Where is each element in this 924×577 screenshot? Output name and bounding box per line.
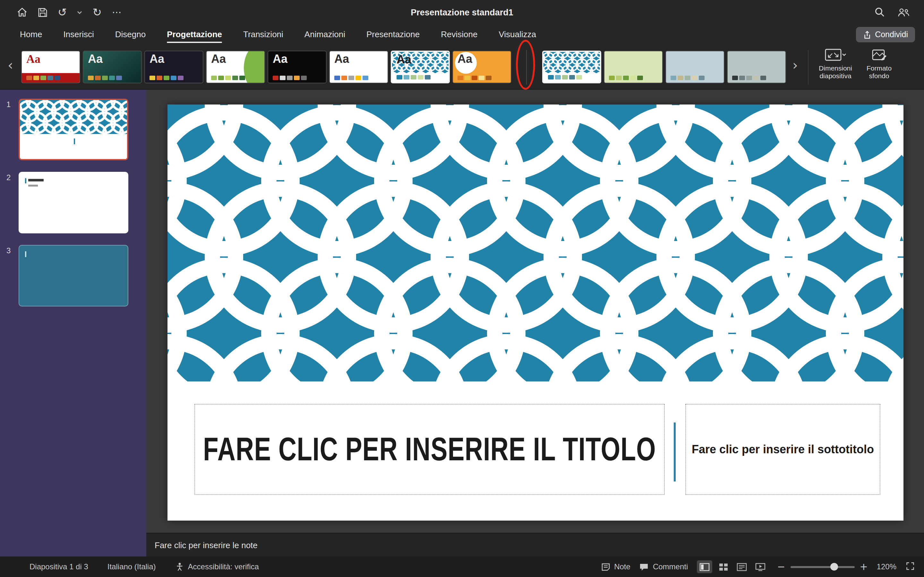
theme-thumbnail-dark-teal[interactable]: Aa [83,51,142,83]
color-chips [397,75,431,79]
accessibility-checker[interactable]: Accessibilità: verifica [175,562,259,571]
tab-visualizza[interactable]: Visualizza [499,25,536,45]
gallery-scroll-left-icon[interactable]: ‹ [8,59,13,73]
color-chips [150,76,184,80]
variant-thumbnail-lightblue[interactable] [666,51,724,83]
color-chips [26,76,60,80]
variant-thumbnail-teal[interactable] [542,51,601,83]
theme-thumbnail-dark-navy[interactable]: Aa [144,51,204,83]
comments-toggle-label: Commenti [653,562,688,571]
more-commands-icon[interactable]: ⋯ [112,7,121,17]
zoom-out-icon[interactable]: − [777,562,785,572]
title-bar: ↺ ↻ ⋯ Presentazione standard1 [0,0,924,24]
gallery-divider [526,50,527,85]
comments-toggle[interactable]: Commenti [640,562,688,571]
slide-thumbnail-panel: 123 [0,90,146,556]
theme-aa-label: Aa [457,53,472,66]
notes-placeholder-text: Fare clic per inserire le note [155,540,258,550]
text-cursor [73,139,75,145]
theme-thumbnail-black-red[interactable]: Aa [268,51,326,83]
undo-dropdown-chevron-icon[interactable] [78,11,82,14]
slide-sorter-view-button[interactable] [716,560,731,573]
theme-gallery: AaAaAaAaAaAaAaAa [21,51,511,83]
tab-disegno[interactable]: Disegno [115,25,145,45]
format-background-label-line1: Formato [867,64,892,72]
subtitle-placeholder-text: Fare clic per inserire il sottotitolo [692,443,874,456]
zoom-in-icon[interactable]: + [859,562,867,572]
variant-thumbnail-green[interactable] [604,51,663,83]
ribbon-tabs: HomeInserisciDisegnoProgettazioneTransiz… [20,25,536,45]
ribbon-separator [808,50,809,85]
share-people-icon[interactable] [898,7,910,17]
notes-toggle-label: Note [614,562,630,571]
slide-size-button[interactable]: Dimensioni diapositiva [814,48,857,80]
slide-thumbnail-2[interactable] [19,172,128,234]
accessibility-label: Accessibilità: verifica [188,562,259,571]
zoom-slider[interactable] [790,563,855,571]
tab-presentazione[interactable]: Presentazione [367,25,420,45]
theme-thumbnail-teal-circles[interactable]: Aa [391,51,450,83]
theme-aa-label: Aa [26,53,40,66]
slide-thumbnail-row: 1 [6,99,139,160]
theme-thumbnail-green-leaf[interactable]: Aa [206,51,265,83]
thumbnail-title-text [28,179,44,181]
color-chips [548,75,582,79]
theme-aa-label: Aa [150,53,164,66]
color-chips [732,76,766,80]
normal-view-button[interactable] [697,560,712,573]
tab-revisione[interactable]: Revisione [441,25,477,45]
comments-icon [640,562,649,571]
fit-slide-icon[interactable] [905,561,915,572]
theme-aa-label: Aa [88,53,103,66]
document-title: Presentazione standard1 [0,7,924,17]
accessibility-icon [175,562,184,571]
slide-thumbnail-row: 3 [6,245,139,306]
theme-accent-shape [244,51,265,83]
theme-thumbnail-white-office[interactable]: Aa [329,51,388,83]
share-button-label: Condividi [875,30,908,39]
home-icon[interactable] [17,7,27,17]
tab-animazioni[interactable]: Animazioni [304,25,345,45]
title-placeholder[interactable]: FARE CLIC PER INSERIRE IL TITOLO [194,404,665,495]
slide-thumbnail-row: 2 [6,172,139,234]
variant-gallery [542,51,786,83]
tab-progettazione[interactable]: Progettazione [167,25,222,45]
color-chips [334,76,368,80]
variant-thumbnail-grey[interactable] [727,51,786,83]
slide-editor[interactable]: FARE CLIC PER INSERIRE IL TITOLO Fare cl… [168,105,903,521]
redo-icon[interactable]: ↻ [93,7,102,18]
reading-view-button[interactable] [734,560,750,573]
color-chips [670,76,704,80]
notes-pane[interactable]: Fare clic per inserire le note [146,533,924,556]
slide-number: 3 [6,245,14,306]
theme-thumbnail-red-white[interactable]: Aa [21,51,80,83]
search-icon[interactable] [875,7,885,17]
save-icon[interactable] [38,7,47,17]
tab-inserisci[interactable]: Inserisci [63,25,94,45]
text-cursor [25,178,26,183]
format-background-button[interactable]: Formato sfondo [860,48,898,80]
slide-canvas: FARE CLIC PER INSERIRE IL TITOLO Fare cl… [146,90,924,533]
ribbon-tab-bar: HomeInserisciDisegnoProgettazioneTransiz… [0,24,924,45]
zoom-slider-knob[interactable] [830,563,838,571]
share-button[interactable]: Condividi [856,27,915,42]
zoom-level[interactable]: 120% [877,562,897,571]
color-chips [88,76,122,80]
view-switcher [697,560,768,573]
slide-size-icon [825,48,846,62]
slide-thumbnail-3[interactable] [19,245,128,306]
subtitle-placeholder[interactable]: Fare clic per inserire il sottotitolo [685,404,880,495]
theme-aa-label: Aa [334,53,349,66]
theme-thumbnail-orange-badge[interactable]: Aa [452,51,511,83]
tab-home[interactable]: Home [20,25,42,45]
language-selector[interactable]: Italiano (Italia) [107,562,156,571]
slideshow-view-button[interactable] [753,560,768,573]
format-background-icon [871,48,887,62]
gallery-scroll-right-icon[interactable]: › [792,59,798,73]
notes-toggle[interactable]: Note [601,562,630,571]
share-icon [863,31,871,39]
slide-thumbnail-1[interactable] [19,99,128,160]
slide-counter: Diapositiva 1 di 3 [29,562,88,571]
undo-icon[interactable]: ↺ [58,7,67,18]
tab-transizioni[interactable]: Transizioni [243,25,283,45]
